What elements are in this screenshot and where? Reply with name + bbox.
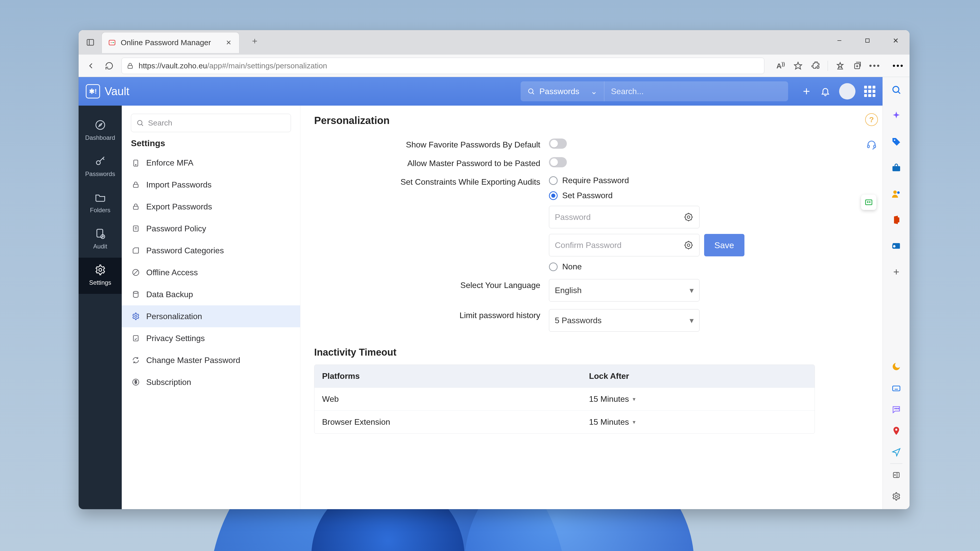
- favorite-toggle[interactable]: [549, 138, 567, 149]
- svg-point-36: [135, 315, 137, 318]
- support-headset-icon[interactable]: [865, 138, 878, 151]
- window-maximize-button[interactable]: [853, 30, 881, 51]
- sidebar-keyboard-icon[interactable]: [891, 383, 902, 394]
- sidebar-office-icon[interactable]: [891, 214, 902, 225]
- settings-search-field[interactable]: [131, 114, 291, 132]
- app-search-field[interactable]: [605, 81, 788, 101]
- settings-item-subscription[interactable]: $Subscription: [122, 371, 300, 393]
- tab-actions-button[interactable]: [84, 36, 97, 49]
- settings-item-data-backup[interactable]: Data Backup: [122, 283, 300, 305]
- subscription-icon: $: [131, 377, 141, 387]
- browser-tab-active[interactable]: Online Password Manager ✕: [102, 32, 239, 53]
- save-button[interactable]: Save: [704, 234, 745, 256]
- rail-item-settings[interactable]: Settings: [79, 258, 122, 294]
- window-minimize-button[interactable]: [825, 30, 853, 51]
- address-bar[interactable]: https://vault.zoho.eu/app#/main/settings…: [121, 58, 764, 74]
- key-icon: [94, 155, 107, 168]
- settings-item-offline-access[interactable]: Offline Access: [122, 262, 300, 283]
- svg-point-18: [96, 121, 105, 130]
- caret-down-icon: ▾: [633, 419, 635, 426]
- browser-more-button[interactable]: •••: [870, 61, 880, 71]
- paste-toggle[interactable]: [549, 157, 567, 167]
- svg-marker-19: [99, 124, 102, 127]
- svg-point-48: [894, 140, 895, 141]
- svg-rect-29: [134, 206, 138, 210]
- settings-item-enforce-mfa[interactable]: Enforce MFA: [122, 152, 300, 174]
- chevron-down-icon: ⌄: [590, 86, 597, 96]
- language-select[interactable]: English▾: [549, 279, 700, 302]
- search-scope-dropdown[interactable]: Passwords ⌄: [520, 81, 605, 101]
- page-title: Personalization: [314, 115, 869, 126]
- settings-item-privacy-settings[interactable]: Privacy Settings: [122, 327, 300, 349]
- radio-icon: [549, 191, 558, 200]
- window-close-button[interactable]: ✕: [881, 30, 910, 51]
- sidebar-search-icon[interactable]: [891, 84, 902, 95]
- lock-after-dropdown[interactable]: 15 Minutes▾: [581, 388, 815, 410]
- radio-none[interactable]: None: [549, 262, 869, 272]
- settings-item-password-policy[interactable]: Password Policy: [122, 218, 300, 240]
- sidebar-moon-icon[interactable]: [891, 361, 902, 372]
- settings-item-import-passwords[interactable]: Import Passwords: [122, 174, 300, 196]
- rail-item-audit[interactable]: Audit: [79, 221, 122, 258]
- sidebar-settings-gear-icon[interactable]: [891, 491, 902, 502]
- settings-search-input[interactable]: [148, 119, 286, 127]
- favorite-toggle-label: Show Favorite Passwords By Default: [314, 138, 549, 149]
- tab-close-button[interactable]: ✕: [224, 37, 233, 48]
- help-button[interactable]: ?: [865, 113, 878, 126]
- sidebar-add-button[interactable]: [891, 266, 902, 278]
- sidebar-send-icon[interactable]: [891, 447, 902, 458]
- svg-point-3: [111, 42, 112, 43]
- svg-rect-44: [867, 145, 869, 148]
- app-search-input[interactable]: [611, 87, 781, 96]
- search-icon: [527, 87, 535, 95]
- collections-button[interactable]: [853, 61, 862, 71]
- svg-rect-0: [87, 40, 94, 45]
- nav-refresh-button[interactable]: [103, 60, 115, 72]
- site-identity-lock-icon[interactable]: [126, 62, 134, 70]
- rail-item-passwords[interactable]: Passwords: [79, 149, 122, 185]
- sidebar-tag-icon[interactable]: [891, 136, 902, 148]
- export-confirm-password-input[interactable]: [555, 241, 683, 250]
- export-password-field[interactable]: [549, 206, 700, 228]
- radio-require-password[interactable]: Require Password: [549, 176, 869, 185]
- sidebar-sparkle-icon[interactable]: [891, 110, 902, 121]
- offline-icon: [131, 268, 141, 277]
- show-password-icon[interactable]: [683, 240, 694, 250]
- add-button[interactable]: [801, 86, 811, 97]
- app-logo[interactable]: ✱! Vault: [86, 84, 129, 98]
- sidebar-collapse-icon[interactable]: [891, 469, 902, 481]
- export-password-input[interactable]: [555, 213, 683, 222]
- sidebar-outlook-icon[interactable]: [891, 240, 902, 251]
- export-constraints-label: Set Constraints While Exporting Audits: [314, 176, 549, 187]
- rail-label: Settings: [89, 279, 111, 286]
- password-manager-hint-icon[interactable]: [861, 195, 877, 210]
- browser-menu-button[interactable]: •••: [893, 61, 904, 71]
- rail-item-folders[interactable]: Folders: [79, 185, 122, 221]
- favorites-list-button[interactable]: [835, 61, 845, 71]
- sidebar-people-icon[interactable]: [891, 188, 902, 200]
- settings-item-personalization[interactable]: Personalization: [122, 305, 300, 327]
- extension-puzzle-icon[interactable]: [810, 61, 821, 71]
- nav-back-button[interactable]: [85, 60, 97, 72]
- platform-cell: Browser Extension: [314, 411, 581, 433]
- settings-item-export-passwords[interactable]: Export Passwords: [122, 196, 300, 218]
- platform-cell: Web: [314, 388, 581, 410]
- new-tab-button[interactable]: ＋: [247, 33, 262, 48]
- app-switcher-icon[interactable]: [864, 86, 875, 97]
- lock-after-dropdown[interactable]: 15 Minutes▾: [581, 411, 815, 433]
- show-password-icon[interactable]: [683, 212, 694, 222]
- profile-avatar[interactable]: [839, 83, 856, 100]
- rail-label: Audit: [93, 243, 107, 250]
- read-aloud-button[interactable]: A)): [776, 61, 786, 71]
- settings-item-change-master-password[interactable]: Change Master Password: [122, 349, 300, 371]
- sidebar-map-pin-icon[interactable]: [891, 425, 902, 437]
- sidebar-briefcase-icon[interactable]: [891, 162, 902, 173]
- favorite-star-button[interactable]: [793, 61, 803, 71]
- export-confirm-password-field[interactable]: [549, 234, 700, 256]
- settings-item-password-categories[interactable]: Password Categories: [122, 240, 300, 262]
- radio-set-password[interactable]: Set Password: [549, 191, 869, 200]
- history-select[interactable]: 5 Passwords▾: [549, 309, 700, 332]
- notifications-bell-icon[interactable]: [820, 86, 830, 97]
- sidebar-chat-icon[interactable]: [891, 404, 902, 415]
- rail-item-dashboard[interactable]: Dashboard: [79, 113, 122, 149]
